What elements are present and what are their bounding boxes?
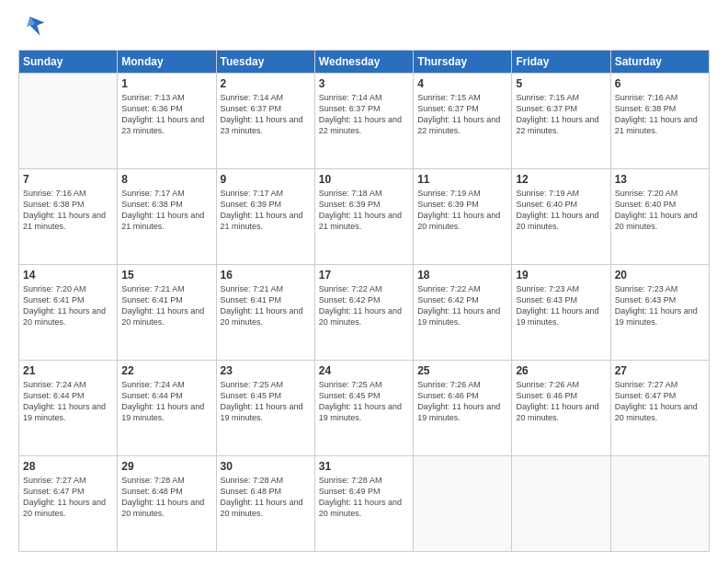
calendar-cell: 11Sunrise: 7:19 AMSunset: 6:39 PMDayligh… [414,169,512,265]
cell-details: Sunrise: 7:25 AMSunset: 6:45 PMDaylight:… [319,379,409,424]
day-number: 23 [221,364,311,377]
calendar-cell: 25Sunrise: 7:26 AMSunset: 6:46 PMDayligh… [414,361,512,456]
week-row-3: 21Sunrise: 7:24 AMSunset: 6:44 PMDayligh… [19,361,710,456]
cell-details: Sunrise: 7:15 AMSunset: 6:37 PMDaylight:… [417,92,507,137]
calendar-cell: 30Sunrise: 7:28 AMSunset: 6:48 PMDayligh… [216,456,314,552]
calendar-cell: 1Sunrise: 7:13 AMSunset: 6:36 PMDaylight… [118,74,216,169]
day-number: 7 [23,173,113,186]
cell-details: Sunrise: 7:28 AMSunset: 6:48 PMDaylight:… [121,475,211,520]
day-number: 29 [121,460,211,473]
cell-details: Sunrise: 7:28 AMSunset: 6:48 PMDaylight:… [221,475,311,520]
day-number: 19 [516,269,606,282]
calendar-cell [512,456,610,552]
week-row-1: 7Sunrise: 7:16 AMSunset: 6:38 PMDaylight… [19,169,710,265]
cell-details: Sunrise: 7:27 AMSunset: 6:47 PMDaylight:… [23,475,113,520]
day-number: 28 [23,460,113,473]
weekday-header-thursday: Thursday [414,51,512,74]
cell-details: Sunrise: 7:17 AMSunset: 6:39 PMDaylight:… [221,188,311,233]
calendar-cell: 31Sunrise: 7:28 AMSunset: 6:49 PMDayligh… [314,456,413,552]
calendar-cell: 6Sunrise: 7:16 AMSunset: 6:38 PMDaylight… [610,74,709,169]
calendar-cell: 26Sunrise: 7:26 AMSunset: 6:46 PMDayligh… [512,361,610,456]
day-number: 20 [615,269,705,282]
calendar-cell: 13Sunrise: 7:20 AMSunset: 6:40 PMDayligh… [610,169,709,265]
calendar-cell [610,456,709,552]
calendar-cell: 28Sunrise: 7:27 AMSunset: 6:47 PMDayligh… [19,456,118,552]
calendar-cell: 3Sunrise: 7:14 AMSunset: 6:37 PMDaylight… [314,74,413,169]
cell-details: Sunrise: 7:21 AMSunset: 6:41 PMDaylight:… [221,283,311,328]
day-number: 26 [516,364,606,377]
day-number: 27 [615,364,705,377]
calendar-cell: 24Sunrise: 7:25 AMSunset: 6:45 PMDayligh… [314,361,413,456]
week-row-2: 14Sunrise: 7:20 AMSunset: 6:41 PMDayligh… [19,265,710,361]
day-number: 15 [121,269,211,282]
cell-details: Sunrise: 7:24 AMSunset: 6:44 PMDaylight:… [23,379,113,424]
cell-details: Sunrise: 7:23 AMSunset: 6:43 PMDaylight:… [516,283,606,328]
calendar-cell: 18Sunrise: 7:22 AMSunset: 6:42 PMDayligh… [414,265,512,361]
cell-details: Sunrise: 7:28 AMSunset: 6:49 PMDaylight:… [319,475,409,520]
calendar-cell: 8Sunrise: 7:17 AMSunset: 6:38 PMDaylight… [118,169,216,265]
cell-details: Sunrise: 7:15 AMSunset: 6:37 PMDaylight:… [516,92,606,137]
day-number: 30 [221,460,311,473]
weekday-header-wednesday: Wednesday [314,51,413,74]
day-number: 31 [319,460,409,473]
day-number: 24 [319,364,409,377]
weekday-header-row: SundayMondayTuesdayWednesdayThursdayFrid… [19,51,710,74]
page: SundayMondayTuesdayWednesdayThursdayFrid… [0,0,728,563]
day-number: 14 [23,269,113,282]
calendar-cell: 22Sunrise: 7:24 AMSunset: 6:44 PMDayligh… [118,361,216,456]
calendar-cell: 4Sunrise: 7:15 AMSunset: 6:37 PMDaylight… [414,74,512,169]
cell-details: Sunrise: 7:16 AMSunset: 6:38 PMDaylight:… [23,188,113,233]
calendar-cell: 27Sunrise: 7:27 AMSunset: 6:47 PMDayligh… [610,361,709,456]
cell-details: Sunrise: 7:23 AMSunset: 6:43 PMDaylight:… [615,283,705,328]
logo-bird-icon [24,15,46,40]
calendar-cell [414,456,512,552]
day-number: 12 [516,173,606,186]
weekday-header-monday: Monday [118,51,216,74]
weekday-header-saturday: Saturday [610,51,709,74]
cell-details: Sunrise: 7:26 AMSunset: 6:46 PMDaylight:… [417,379,507,424]
cell-details: Sunrise: 7:13 AMSunset: 6:36 PMDaylight:… [121,92,211,137]
day-number: 16 [221,269,311,282]
calendar-cell: 15Sunrise: 7:21 AMSunset: 6:41 PMDayligh… [118,265,216,361]
day-number: 9 [221,173,311,186]
day-number: 4 [417,77,507,90]
week-row-4: 28Sunrise: 7:27 AMSunset: 6:47 PMDayligh… [19,456,710,552]
day-number: 11 [417,173,507,186]
calendar-cell: 14Sunrise: 7:20 AMSunset: 6:41 PMDayligh… [19,265,118,361]
cell-details: Sunrise: 7:22 AMSunset: 6:42 PMDaylight:… [417,283,507,328]
calendar-cell: 16Sunrise: 7:21 AMSunset: 6:41 PMDayligh… [216,265,314,361]
weekday-header-tuesday: Tuesday [216,51,314,74]
cell-details: Sunrise: 7:24 AMSunset: 6:44 PMDaylight:… [121,379,211,424]
day-number: 13 [615,173,705,186]
calendar-cell: 2Sunrise: 7:14 AMSunset: 6:37 PMDaylight… [216,74,314,169]
cell-details: Sunrise: 7:26 AMSunset: 6:46 PMDaylight:… [516,379,606,424]
calendar-cell: 29Sunrise: 7:28 AMSunset: 6:48 PMDayligh… [118,456,216,552]
calendar-cell: 7Sunrise: 7:16 AMSunset: 6:38 PMDaylight… [19,169,118,265]
cell-details: Sunrise: 7:19 AMSunset: 6:39 PMDaylight:… [417,188,507,233]
calendar-cell: 17Sunrise: 7:22 AMSunset: 6:42 PMDayligh… [314,265,413,361]
cell-details: Sunrise: 7:21 AMSunset: 6:41 PMDaylight:… [121,283,211,328]
cell-details: Sunrise: 7:14 AMSunset: 6:37 PMDaylight:… [221,92,311,137]
header [18,15,710,40]
cell-details: Sunrise: 7:18 AMSunset: 6:39 PMDaylight:… [319,188,409,233]
day-number: 3 [319,77,409,90]
cell-details: Sunrise: 7:27 AMSunset: 6:47 PMDaylight:… [615,379,705,424]
calendar-table: SundayMondayTuesdayWednesdayThursdayFrid… [18,50,710,552]
cell-details: Sunrise: 7:20 AMSunset: 6:40 PMDaylight:… [615,188,705,233]
cell-details: Sunrise: 7:19 AMSunset: 6:40 PMDaylight:… [516,188,606,233]
day-number: 1 [121,77,211,90]
calendar-cell: 5Sunrise: 7:15 AMSunset: 6:37 PMDaylight… [512,74,610,169]
day-number: 22 [121,364,211,377]
cell-details: Sunrise: 7:20 AMSunset: 6:41 PMDaylight:… [23,283,113,328]
day-number: 17 [319,269,409,282]
week-row-0: 1Sunrise: 7:13 AMSunset: 6:36 PMDaylight… [19,74,710,169]
cell-details: Sunrise: 7:25 AMSunset: 6:45 PMDaylight:… [221,379,311,424]
calendar-cell: 12Sunrise: 7:19 AMSunset: 6:40 PMDayligh… [512,169,610,265]
day-number: 18 [417,269,507,282]
cell-details: Sunrise: 7:14 AMSunset: 6:37 PMDaylight:… [319,92,409,137]
cell-details: Sunrise: 7:22 AMSunset: 6:42 PMDaylight:… [319,283,409,328]
day-number: 8 [121,173,211,186]
day-number: 25 [417,364,507,377]
cell-details: Sunrise: 7:17 AMSunset: 6:38 PMDaylight:… [121,188,211,233]
calendar-cell [19,74,118,169]
